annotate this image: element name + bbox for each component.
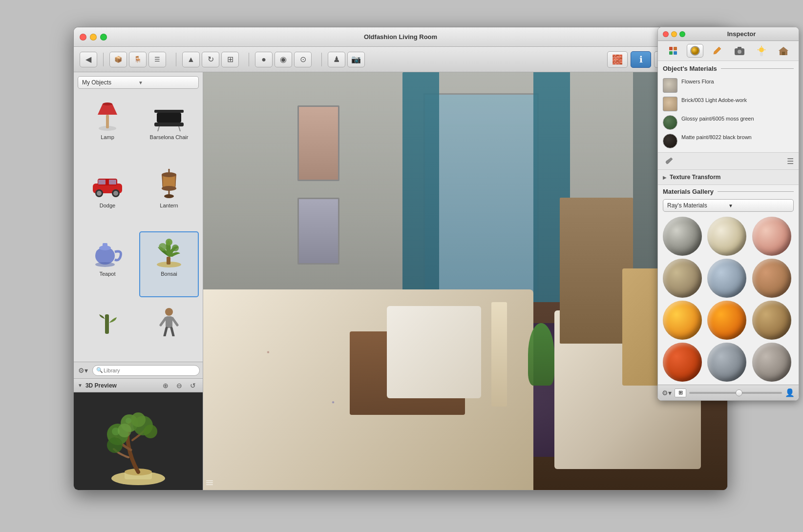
tools-menu-button[interactable]: ☰: [787, 157, 794, 166]
render-tool-1[interactable]: ●: [255, 52, 273, 67]
walk-tool-button[interactable]: ♟: [328, 52, 345, 67]
bonsai-label: Bonsai: [161, 271, 177, 277]
matte-paint-name: Matte paint/8022 black brown: [681, 134, 752, 141]
object-item-cactus[interactable]: [78, 299, 137, 360]
tab-light[interactable]: [753, 44, 770, 58]
tab-sphere[interactable]: [687, 44, 703, 58]
tab-edit[interactable]: [709, 44, 725, 58]
render-tool-3[interactable]: ⊙: [294, 52, 312, 67]
settings-button[interactable]: ⚙▾: [77, 365, 89, 376]
objects-dropdown-label: My Objects: [82, 79, 138, 86]
object-item-barselona-chair[interactable]: Barselona Chair: [139, 95, 199, 161]
search-input[interactable]: [92, 365, 200, 376]
object-item-teapot[interactable]: Teapot: [78, 231, 137, 298]
gallery-slider-thumb[interactable]: [736, 389, 742, 396]
material-sphere-gray-floral[interactable]: [663, 217, 702, 256]
move-tool-button[interactable]: ⊞: [221, 52, 239, 67]
view-tools: ♟ 📷: [328, 52, 365, 67]
svg-point-31: [166, 239, 172, 246]
dodge-label: Dodge: [100, 203, 115, 208]
plant: [528, 323, 554, 386]
lamp-label: Lamp: [101, 134, 114, 140]
svg-rect-65: [760, 52, 763, 56]
teapot-object-icon: [88, 235, 127, 269]
tab-house[interactable]: [775, 44, 792, 58]
camera-tool-button[interactable]: 📷: [347, 52, 365, 67]
action-tools: ▲ ↻ ⊞: [182, 52, 239, 67]
toolbar-separator-1: [103, 53, 104, 66]
svg-rect-4: [154, 110, 184, 113]
back-armchair: [387, 306, 481, 398]
viewport[interactable]: [203, 72, 727, 490]
svg-rect-52: [674, 47, 677, 50]
preview-title: 3D Preview: [85, 382, 117, 389]
material-sphere-red-floral[interactable]: [752, 217, 791, 256]
bonsai-object-icon: [149, 235, 189, 269]
zoom-out-button[interactable]: ⊖: [173, 381, 185, 390]
material-sphere-orange-1[interactable]: [663, 301, 702, 340]
material-tool-button[interactable]: 🪑: [129, 52, 147, 67]
material-sphere-orange-3[interactable]: [663, 343, 702, 382]
svg-rect-6: [154, 123, 184, 126]
tab-camera[interactable]: [731, 44, 748, 58]
material-item-glossy-paint[interactable]: Glossy paint/6005 moss green: [658, 113, 799, 132]
minimize-button[interactable]: [90, 34, 97, 41]
picture-frame-1: [297, 105, 339, 181]
inspector-maximize-button[interactable]: [679, 31, 685, 37]
materials-gallery-grid: [658, 214, 799, 385]
inspector-minimize-button[interactable]: [671, 31, 677, 37]
mode-tools: 📦 🪑 ☰: [109, 52, 166, 67]
barselona-chair-label: Barselona Chair: [150, 134, 189, 140]
viewport-resize-handle[interactable]: [206, 480, 213, 487]
material-sphere-blue-argyle[interactable]: [707, 259, 746, 298]
gallery-import-button[interactable]: ⊞: [675, 389, 686, 397]
svg-point-60: [759, 47, 764, 52]
glossy-paint-swatch: [663, 115, 677, 130]
gallery-user-button[interactable]: 👤: [785, 388, 795, 397]
object-item-lantern[interactable]: Lantern: [139, 163, 199, 229]
list-tool-button[interactable]: ☰: [148, 52, 166, 67]
svg-point-50: [126, 418, 131, 424]
tab-objects[interactable]: [665, 44, 681, 58]
material-sphere-cream-floral[interactable]: [707, 217, 746, 256]
material-item-brick[interactable]: Brick/003 Light Adobe-work: [658, 95, 799, 113]
window-title: Oldfashion Living Room: [364, 33, 437, 41]
gallery-settings-button[interactable]: ⚙▾: [662, 389, 672, 397]
library-button[interactable]: 🧱: [607, 51, 628, 68]
eyedropper-tool[interactable]: [663, 156, 676, 166]
zoom-in-button[interactable]: ⊕: [160, 381, 171, 390]
gallery-header: Materials Gallery: [658, 185, 799, 197]
maximize-button[interactable]: [100, 34, 107, 41]
texture-transform-section[interactable]: ▶ Texture Transform: [658, 170, 799, 185]
inspector-close-button[interactable]: [663, 31, 669, 37]
info-button[interactable]: ℹ: [631, 51, 651, 68]
material-sphere-brown-pattern[interactable]: [663, 259, 702, 298]
material-sphere-gray-brown[interactable]: [752, 343, 791, 382]
select-tool-button[interactable]: ▲: [182, 52, 200, 67]
gallery-dropdown[interactable]: Ray's Materials ▼: [663, 199, 794, 212]
material-item-matte-paint[interactable]: Matte paint/8022 black brown: [658, 132, 799, 150]
gallery-size-slider[interactable]: [689, 392, 782, 394]
render-tool-2[interactable]: ◉: [275, 52, 292, 67]
svg-point-19: [162, 172, 176, 177]
objects-materials-header: Object's Materials: [658, 61, 799, 74]
svg-point-12: [97, 191, 102, 196]
material-sphere-wood-1[interactable]: [752, 301, 791, 340]
rotate-tool-button[interactable]: ↻: [202, 52, 219, 67]
object-item-human[interactable]: [139, 299, 199, 360]
svg-line-35: [161, 318, 166, 325]
objects-dropdown[interactable]: My Objects ▼: [78, 76, 199, 89]
back-button[interactable]: ◀: [80, 52, 97, 67]
refresh-button[interactable]: ↺: [187, 381, 199, 390]
objects-tool-button[interactable]: 📦: [109, 52, 127, 67]
material-item-flowers-flora[interactable]: Flowers Flora: [658, 76, 799, 95]
material-sphere-orange-2[interactable]: [707, 301, 746, 340]
material-sphere-rust-texture[interactable]: [752, 259, 791, 298]
close-button[interactable]: [80, 34, 86, 41]
material-sphere-blue-gray[interactable]: [707, 343, 746, 382]
inspector-panel: Inspector Object's Materials Flowers Fl: [657, 27, 799, 401]
object-item-lamp[interactable]: Lamp: [78, 95, 137, 161]
object-item-bonsai[interactable]: Bonsai: [139, 231, 199, 298]
inspector-titlebar: Inspector: [658, 27, 799, 41]
object-item-dodge[interactable]: Dodge: [78, 163, 137, 229]
